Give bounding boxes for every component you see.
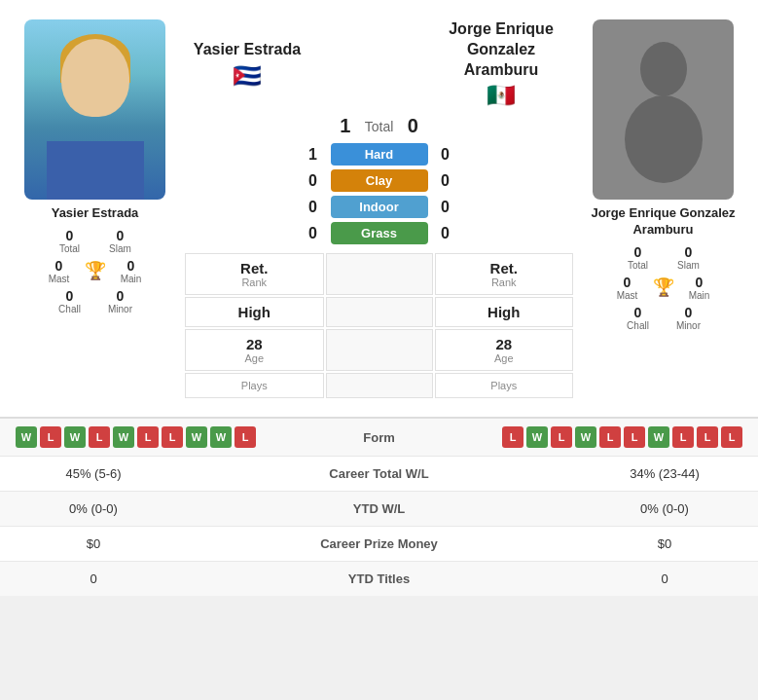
right-player-card: Jorge Enrique Gonzalez Aramburu 0 Total … [578, 19, 748, 399]
left-main: 0 Main [114, 258, 149, 284]
high-row: High High [184, 296, 574, 328]
clay-right-score: 0 [436, 172, 455, 190]
svg-point-0 [640, 42, 687, 96]
right-total-score: 0 [401, 115, 424, 137]
left-center-name: Yasier Estrada [194, 40, 301, 60]
left-chall: 0 Chall [53, 288, 88, 314]
right-plays-label: Plays [490, 380, 517, 391]
age-row: 28 Age 28 Age [184, 328, 574, 372]
right-rank-value: Ret. [490, 260, 518, 276]
right-form-9: L [697, 426, 718, 448]
silhouette-svg [615, 32, 712, 188]
left-player-name: Yasier Estrada [52, 205, 139, 222]
right-player-stats: 0 Total 0 Slam 0 Mast 🏆 0 [578, 244, 748, 335]
right-age-value: 28 [495, 336, 512, 352]
right-center-name: Jorge Enrique Gonzalez Aramburu [428, 19, 574, 80]
ytd-wl-row: 0% (0-0) YTD W/L 0% (0-0) [0, 491, 758, 526]
left-form-2: L [40, 426, 61, 448]
left-rank-label: Rank [241, 276, 267, 288]
right-mast: 0 Mast [610, 275, 645, 301]
left-trophy-row: 0 Mast 🏆 0 Main [10, 258, 180, 284]
form-label: Form [350, 430, 409, 445]
right-plays: Plays [435, 373, 574, 398]
left-total-score: 1 [334, 115, 357, 137]
rank-center [326, 253, 433, 295]
right-flag: 🇲🇽 [487, 82, 516, 109]
left-high: High [185, 297, 324, 327]
prize-money-label: Career Prize Money [292, 536, 467, 551]
right-form-5: L [599, 426, 621, 448]
rank-row: Ret. Rank Ret. Rank [184, 252, 574, 296]
left-form-6: L [137, 426, 159, 448]
left-career-wl: 45% (5-6) [16, 466, 171, 481]
left-age: 28 Age [185, 329, 324, 371]
left-total: 0 Total [53, 228, 88, 254]
career-wl-row: 45% (5-6) Career Total W/L 34% (23-44) [0, 456, 758, 491]
surface-row-grass: 0 Grass 0 [184, 222, 574, 244]
left-player-photo [24, 19, 165, 200]
left-form-7: L [162, 426, 183, 448]
left-player-stats: 0 Total 0 Slam 0 Mast 🏆 0 [10, 228, 180, 318]
indoor-left-score: 0 [304, 199, 323, 216]
left-high-value: High [238, 304, 271, 320]
age-center [326, 329, 433, 371]
right-form-4: W [575, 426, 596, 448]
right-form-8: L [672, 426, 694, 448]
right-chall: 0 Chall [621, 305, 656, 331]
left-stat-row-3: 0 Chall 0 Minor [10, 288, 180, 314]
left-stat-row-1: 0 Total 0 Slam [10, 228, 180, 254]
right-minor: 0 Minor [671, 305, 706, 331]
right-high: High [435, 297, 574, 327]
total-row: 1 Total 0 [184, 115, 574, 137]
right-form-1: L [502, 426, 523, 448]
clay-left-score: 0 [304, 172, 323, 190]
left-mast: 0 Mast [42, 258, 77, 284]
surface-row-indoor: 0 Indoor 0 [184, 196, 574, 218]
bottom-section: W L W L W L L W W L Form L W L W L L W L [0, 417, 758, 596]
indoor-right-score: 0 [436, 199, 455, 216]
left-form-5: W [113, 426, 134, 448]
left-form-1: W [16, 426, 37, 448]
grass-badge: Grass [331, 222, 428, 244]
middle-panel: Yasier Estrada 🇨🇺 Jorge Enrique Gonzalez… [180, 19, 578, 399]
grass-right-score: 0 [436, 225, 455, 242]
left-slam: 0 Slam [103, 228, 138, 254]
right-name-flag: Jorge Enrique Gonzalez Aramburu 🇲🇽 [428, 19, 574, 109]
left-ytd-wl: 0% (0-0) [16, 501, 171, 516]
left-form-10: L [235, 426, 256, 448]
left-form-4: L [89, 426, 110, 448]
left-flag: 🇨🇺 [233, 62, 262, 90]
right-slam: 0 Slam [671, 244, 706, 271]
ytd-titles-label: YTD Titles [292, 571, 467, 586]
left-player-card: Yasier Estrada 0 Total 0 Slam 0 Mast [10, 19, 180, 399]
left-plays: Plays [185, 373, 324, 398]
left-name-flag: Yasier Estrada 🇨🇺 [184, 40, 310, 90]
right-total: 0 Total [621, 244, 656, 271]
right-form-3: L [551, 426, 572, 448]
total-label: Total [365, 119, 394, 134]
right-form-7: W [648, 426, 669, 448]
right-form-6: L [624, 426, 645, 448]
grass-left-score: 0 [304, 225, 323, 242]
left-ytd-titles: 0 [16, 571, 171, 586]
hard-right-score: 0 [436, 146, 455, 164]
right-age-label: Age [494, 352, 514, 364]
left-form-9: W [210, 426, 232, 448]
left-trophy-icon: 🏆 [85, 260, 106, 281]
plays-row: Plays Plays [184, 372, 574, 399]
form-row: W L W L W L L W W L Form L W L W L L W L [0, 419, 758, 456]
player-names-row: Yasier Estrada 🇨🇺 Jorge Enrique Gonzalez… [184, 19, 574, 109]
surface-rows: 1 Hard 0 0 Clay 0 0 Indoor 0 0 Grass [184, 143, 574, 244]
right-rank: Ret. Rank [435, 253, 574, 295]
head [61, 39, 129, 117]
right-rank-label: Rank [491, 276, 517, 288]
hard-left-score: 1 [304, 146, 323, 164]
info-rows: Ret. Rank Ret. Rank High [184, 252, 574, 399]
left-age-value: 28 [246, 336, 263, 352]
surface-row-clay: 0 Clay 0 [184, 169, 574, 192]
right-player-name: Jorge Enrique Gonzalez Aramburu [578, 205, 748, 239]
svg-point-1 [625, 95, 703, 183]
left-form-badges: W L W L W L L W W L [16, 426, 256, 448]
left-minor: 0 Minor [103, 288, 138, 314]
right-ytd-titles: 0 [587, 571, 742, 586]
